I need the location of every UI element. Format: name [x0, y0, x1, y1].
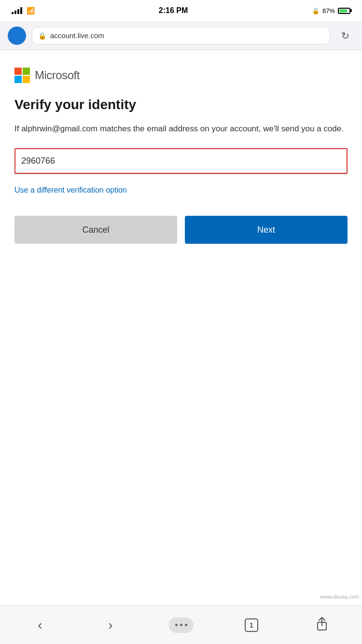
browser-bar: 👤 🔒 account.live.com ↻ [0, 21, 362, 50]
url-text: account.live.com [50, 31, 324, 40]
more-options-button[interactable] [167, 615, 195, 636]
url-lock-icon: 🔒 [38, 32, 46, 40]
input-underline [14, 174, 348, 174]
watermark: www.deuaq.com [317, 593, 362, 601]
back-button[interactable]: ‹ [26, 615, 55, 636]
buttons-row: Cancel Next [14, 216, 348, 244]
status-bar: 📶 2:16 PM 🔒 87% [0, 0, 362, 21]
different-verification-link[interactable]: Use a different verification option [14, 186, 127, 195]
profile-avatar[interactable]: 👤 [8, 27, 26, 45]
forward-button[interactable]: › [96, 615, 125, 636]
microsoft-name: Microsoft [35, 69, 80, 82]
code-input-container[interactable] [14, 148, 348, 174]
url-bar[interactable]: 🔒 account.live.com [32, 27, 330, 44]
page-description: If alphrwin@gmail.com matches the email … [14, 123, 348, 135]
signal-bars-icon [12, 7, 22, 14]
tab-count: 1 [250, 621, 253, 629]
status-left: 📶 [12, 7, 35, 14]
lock-icon: 🔒 [312, 7, 320, 14]
cancel-button[interactable]: Cancel [14, 216, 177, 244]
microsoft-squares-icon [14, 68, 30, 83]
bottom-navigation-bar: ‹ › 1 [0, 605, 362, 644]
wifi-icon: 📶 [27, 7, 35, 14]
next-button[interactable]: Next [185, 216, 348, 244]
status-time: 2:16 PM [159, 6, 188, 15]
avatar-icon: 👤 [11, 30, 23, 42]
share-icon [316, 616, 328, 634]
refresh-button[interactable]: ↻ [336, 27, 354, 45]
back-icon: ‹ [38, 617, 42, 633]
page-title: Verify your identity [14, 97, 348, 113]
tabs-button[interactable]: 1 [237, 615, 266, 636]
page-content: Microsoft Verify your identity If alphrw… [0, 50, 362, 605]
three-dots-icon [168, 617, 194, 633]
battery-icon [338, 8, 350, 14]
tab-count-icon: 1 [245, 618, 258, 632]
microsoft-logo: Microsoft [14, 68, 348, 83]
battery-percent: 87% [322, 7, 335, 14]
code-input[interactable] [14, 148, 348, 174]
forward-icon: › [108, 617, 112, 633]
share-button[interactable] [307, 615, 336, 636]
status-right: 🔒 87% [312, 7, 350, 14]
